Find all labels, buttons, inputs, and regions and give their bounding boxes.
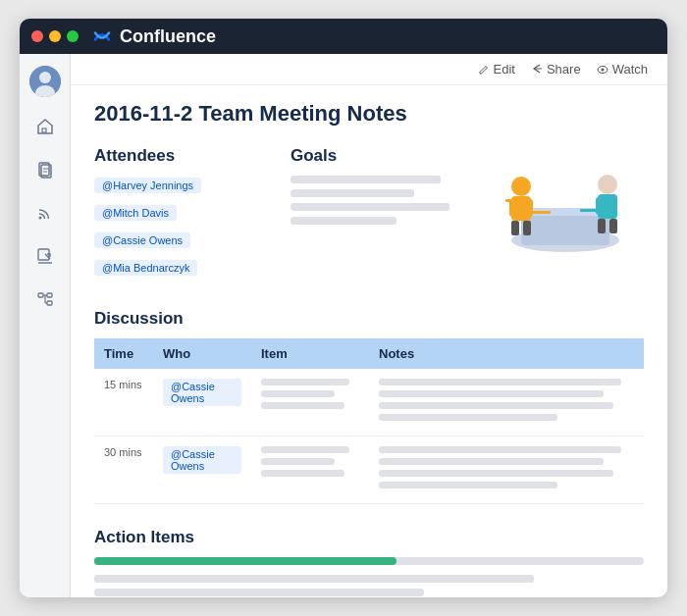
action-items-lines (94, 575, 644, 597)
action-line-2 (94, 589, 424, 596)
svg-point-2 (39, 72, 51, 83)
title-bar: Confluence (20, 19, 667, 54)
goals-line-4 (291, 217, 396, 225)
svg-rect-28 (525, 199, 533, 217)
row2-notes (369, 436, 644, 504)
home-icon (36, 118, 54, 135)
item-line-1 (261, 379, 349, 385)
row1-time: 15 mins (94, 369, 153, 436)
progress-bar-container (94, 557, 644, 565)
notes-line-4 (379, 482, 557, 488)
goals-section: Goals (291, 146, 467, 285)
notes-line-2 (379, 390, 604, 397)
action-items-title: Action Items (94, 528, 644, 547)
notes-line-4 (379, 414, 557, 421)
sidebar-item-home[interactable] (27, 109, 63, 144)
feed-icon (36, 204, 54, 222)
tree-icon (36, 290, 54, 308)
svg-rect-31 (523, 221, 531, 235)
table-row: 15 mins @Cassie Owens (94, 369, 644, 436)
col-header-item: Item (251, 338, 369, 369)
progress-bar-fill (94, 557, 396, 565)
intro-section: Attendees @Harvey Jennings @Mitch Davis … (94, 146, 644, 285)
traffic-lights (31, 30, 79, 42)
main-layout: Edit Share Watch (20, 54, 667, 597)
row2-who-tag[interactable]: @Cassie Owens (163, 446, 241, 474)
table-header-row: Time Who Item Notes (94, 338, 644, 369)
share-icon (531, 64, 543, 76)
watch-button[interactable]: Watch (597, 62, 648, 77)
notes-line-1 (379, 446, 621, 453)
notes-line-3 (379, 402, 613, 409)
export-icon (36, 247, 54, 265)
meeting-illustration (492, 157, 639, 275)
svg-rect-34 (596, 197, 604, 215)
row1-item (251, 369, 369, 436)
app-name-label: Confluence (120, 26, 216, 47)
attendee-tag-3[interactable]: @Cassie Owens (94, 232, 190, 248)
close-button[interactable] (31, 30, 43, 42)
col-header-notes: Notes (369, 338, 644, 369)
svg-rect-4 (42, 128, 46, 132)
row2-notes-lines (379, 446, 634, 488)
sidebar-item-feed[interactable] (27, 195, 63, 231)
discussion-section: Discussion Time Who Item Notes (94, 309, 644, 504)
col-header-time: Time (94, 338, 153, 369)
discussion-table: Time Who Item Notes 15 mins @C (94, 338, 644, 504)
sidebar-item-pages[interactable] (27, 152, 63, 187)
notes-line-1 (379, 379, 621, 385)
item-line-3 (261, 470, 344, 477)
attendee-tag-2[interactable]: @Mitch Davis (94, 205, 177, 221)
svg-rect-22 (521, 211, 609, 245)
sidebar-item-tree[interactable] (27, 282, 63, 317)
share-button[interactable]: Share (531, 62, 581, 77)
attendees-title: Attendees (94, 146, 271, 166)
svg-rect-37 (598, 219, 606, 233)
minimize-button[interactable] (49, 30, 61, 42)
row1-who: @Cassie Owens (153, 369, 251, 436)
avatar[interactable] (29, 66, 61, 97)
row1-notes-lines (379, 379, 634, 421)
row1-item-lines (261, 379, 359, 409)
attendees-section: Attendees @Harvey Jennings @Mitch Davis … (94, 146, 271, 285)
item-line-1 (261, 446, 349, 453)
page-toolbar: Edit Share Watch (71, 54, 667, 85)
app-window: Confluence (20, 19, 667, 597)
row1-who-tag[interactable]: @Cassie Owens (163, 379, 241, 406)
attendee-1: @Harvey Jennings (94, 176, 271, 198)
sidebar (20, 54, 71, 597)
svg-rect-38 (609, 219, 617, 233)
goals-line-3 (291, 203, 449, 211)
action-line-1 (94, 575, 534, 583)
goals-line-2 (291, 189, 414, 197)
maximize-button[interactable] (67, 30, 79, 42)
row2-who: @Cassie Owens (153, 436, 251, 504)
notes-line-2 (379, 458, 604, 465)
page-body: 2016-11-2 Team Meeting Notes Attendees @… (71, 85, 667, 597)
app-logo: Confluence (90, 25, 216, 48)
attendee-4: @Mia Bednarczyk (94, 258, 271, 281)
edit-button[interactable]: Edit (478, 62, 515, 77)
discussion-title: Discussion (94, 309, 644, 329)
notes-line-3 (379, 470, 613, 477)
attendee-tag-4[interactable]: @Mia Bednarczyk (94, 260, 197, 276)
svg-rect-27 (505, 199, 511, 202)
edit-icon (478, 64, 490, 76)
page-title: 2016-11-2 Team Meeting Notes (94, 101, 644, 127)
sidebar-item-export[interactable] (27, 238, 63, 274)
row2-item-lines (261, 446, 359, 477)
svg-point-24 (511, 177, 531, 196)
svg-rect-0 (90, 25, 114, 48)
attendee-tag-1[interactable]: @Harvey Jennings (94, 178, 201, 193)
hero-illustration (487, 146, 644, 285)
svg-rect-13 (47, 293, 52, 297)
goals-title: Goals (291, 146, 467, 166)
page-content-area: Edit Share Watch (71, 54, 667, 597)
item-line-3 (261, 402, 344, 409)
col-header-who: Who (153, 338, 251, 369)
action-items-section: Action Items (94, 528, 644, 597)
user-avatar-icon (29, 66, 61, 97)
row2-item (251, 436, 369, 504)
svg-rect-36 (580, 209, 600, 212)
item-line-2 (261, 390, 335, 397)
